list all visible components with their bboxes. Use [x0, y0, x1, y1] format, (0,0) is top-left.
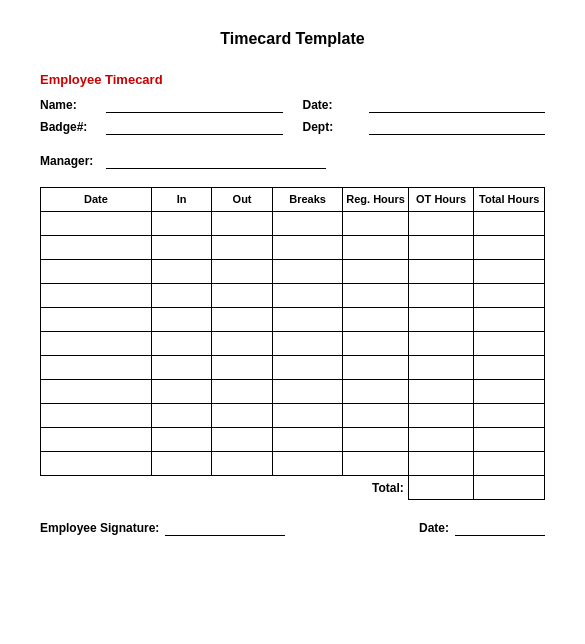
table-cell[interactable]: [151, 308, 211, 332]
table-cell[interactable]: [474, 236, 545, 260]
table-cell[interactable]: [41, 308, 152, 332]
table-cell[interactable]: [343, 236, 409, 260]
table-cell[interactable]: [212, 284, 272, 308]
table-cell[interactable]: [408, 404, 474, 428]
table-cell[interactable]: [272, 260, 343, 284]
manager-label: Manager:: [40, 154, 100, 168]
table-cell[interactable]: [343, 212, 409, 236]
table-cell[interactable]: [151, 356, 211, 380]
table-cell[interactable]: [343, 380, 409, 404]
table-cell[interactable]: [212, 404, 272, 428]
sig-date-input[interactable]: [455, 520, 545, 536]
dept-input[interactable]: [369, 119, 546, 135]
col-header-breaks: Breaks: [272, 188, 343, 212]
table-cell[interactable]: [408, 356, 474, 380]
table-cell[interactable]: [151, 236, 211, 260]
name-input[interactable]: [106, 97, 283, 113]
total-hours-cell[interactable]: [474, 476, 545, 500]
table-cell[interactable]: [212, 236, 272, 260]
table-cell[interactable]: [343, 332, 409, 356]
table-cell[interactable]: [343, 356, 409, 380]
table-cell[interactable]: [151, 260, 211, 284]
table-cell[interactable]: [474, 380, 545, 404]
table-cell[interactable]: [212, 308, 272, 332]
table-cell[interactable]: [343, 308, 409, 332]
table-cell[interactable]: [151, 380, 211, 404]
table-cell[interactable]: [474, 308, 545, 332]
table-cell[interactable]: [343, 260, 409, 284]
col-header-in: In: [151, 188, 211, 212]
table-cell[interactable]: [212, 452, 272, 476]
timecard-table: Date In Out Breaks Reg. Hours OT Hours T…: [40, 187, 545, 500]
table-cell[interactable]: [272, 404, 343, 428]
table-cell[interactable]: [272, 428, 343, 452]
table-cell[interactable]: [272, 284, 343, 308]
table-cell[interactable]: [408, 284, 474, 308]
table-cell[interactable]: [408, 380, 474, 404]
table-cell[interactable]: [151, 452, 211, 476]
table-cell[interactable]: [343, 428, 409, 452]
name-label: Name:: [40, 98, 100, 112]
table-cell[interactable]: [272, 332, 343, 356]
table-cell[interactable]: [41, 404, 152, 428]
table-cell[interactable]: [408, 260, 474, 284]
table-cell[interactable]: [343, 404, 409, 428]
table-cell[interactable]: [41, 284, 152, 308]
table-cell[interactable]: [272, 236, 343, 260]
dept-field-row: Dept:: [303, 119, 546, 135]
table-cell[interactable]: [212, 332, 272, 356]
table-cell[interactable]: [212, 428, 272, 452]
table-cell[interactable]: [41, 356, 152, 380]
table-cell[interactable]: [408, 236, 474, 260]
table-cell[interactable]: [272, 212, 343, 236]
table-row: [41, 356, 545, 380]
table-cell[interactable]: [41, 428, 152, 452]
table-cell[interactable]: [474, 404, 545, 428]
table-cell[interactable]: [41, 380, 152, 404]
col-header-ot-hours: OT Hours: [408, 188, 474, 212]
table-cell[interactable]: [474, 212, 545, 236]
total-ot-cell[interactable]: [408, 476, 474, 500]
col-header-reg-hours: Reg. Hours: [343, 188, 409, 212]
table-cell[interactable]: [343, 452, 409, 476]
table-cell[interactable]: [343, 284, 409, 308]
table-cell[interactable]: [151, 332, 211, 356]
table-row: [41, 236, 545, 260]
table-cell[interactable]: [408, 332, 474, 356]
table-cell[interactable]: [151, 404, 211, 428]
table-cell[interactable]: [41, 332, 152, 356]
table-cell[interactable]: [151, 428, 211, 452]
table-cell[interactable]: [272, 452, 343, 476]
table-cell[interactable]: [151, 212, 211, 236]
table-cell[interactable]: [212, 380, 272, 404]
employee-sig-input[interactable]: [165, 520, 285, 536]
table-cell[interactable]: [474, 356, 545, 380]
employee-signature-field: Employee Signature:: [40, 520, 379, 536]
sig-date-label: Date:: [419, 521, 449, 535]
table-cell[interactable]: [212, 260, 272, 284]
table-cell[interactable]: [474, 284, 545, 308]
manager-input[interactable]: [106, 153, 326, 169]
dept-label: Dept:: [303, 120, 363, 134]
date-input[interactable]: [369, 97, 546, 113]
table-cell[interactable]: [151, 284, 211, 308]
table-cell[interactable]: [408, 428, 474, 452]
table-cell[interactable]: [408, 452, 474, 476]
table-cell[interactable]: [41, 260, 152, 284]
table-cell[interactable]: [474, 428, 545, 452]
table-cell[interactable]: [41, 212, 152, 236]
table-cell[interactable]: [41, 452, 152, 476]
table-cell[interactable]: [41, 236, 152, 260]
table-cell[interactable]: [272, 308, 343, 332]
section-title: Employee Timecard: [40, 72, 545, 87]
table-cell[interactable]: [212, 356, 272, 380]
table-cell[interactable]: [474, 332, 545, 356]
table-cell[interactable]: [212, 212, 272, 236]
table-cell[interactable]: [272, 380, 343, 404]
table-cell[interactable]: [474, 260, 545, 284]
badge-input[interactable]: [106, 119, 283, 135]
table-cell[interactable]: [408, 308, 474, 332]
table-cell[interactable]: [474, 452, 545, 476]
table-cell[interactable]: [408, 212, 474, 236]
table-cell[interactable]: [272, 356, 343, 380]
